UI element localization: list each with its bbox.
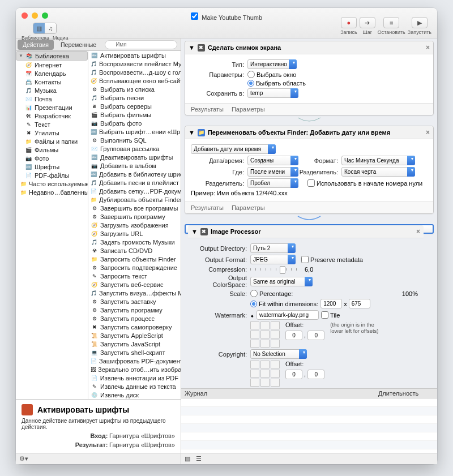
action-item[interactable]: 📷Добавить в альбом	[88, 161, 181, 170]
action-image-processor[interactable]: ▼ ✖ Image Processor × Output Directory: …	[185, 224, 434, 234]
scale-percentage-radio[interactable]	[250, 290, 258, 297]
toolbar-view-segmented[interactable]: ▥ ♫ Библиотека Медиа	[22, 23, 69, 41]
library-view-icon[interactable]: ▥	[33, 23, 45, 33]
action-item[interactable]: 📜Запустить JavaScript	[88, 340, 181, 348]
results-link[interactable]: Результаты	[191, 106, 224, 113]
category-item[interactable]: 📇Контакты	[16, 78, 88, 86]
action-item[interactable]: 🎵Задать громкость Музыки	[88, 238, 181, 246]
cr-offset-x[interactable]: 0	[285, 370, 302, 379]
action-item[interactable]: ⚙Запустить программу	[88, 306, 181, 314]
type-select[interactable]: Интерактивно	[247, 59, 297, 69]
action-item[interactable]: ✎Извлечь данные из текста	[88, 382, 181, 391]
tab-actions[interactable]: Действия	[18, 40, 54, 50]
action-item[interactable]: ⚙Запросить подтверждение	[88, 263, 181, 272]
category-item[interactable]: ✖Утилиты	[16, 128, 88, 137]
action-item[interactable]: 📷Выбрать фото	[88, 119, 181, 127]
action-item[interactable]: ⚙Выбрать из списка	[88, 85, 181, 93]
fit-width-input[interactable]	[320, 299, 342, 308]
action-item[interactable]: ✉️Групповая рассылка	[88, 144, 181, 153]
tab-variables[interactable]: Переменные	[55, 40, 101, 50]
cr-offset-y[interactable]: 0	[307, 370, 324, 379]
separator2-select[interactable]: Пробел	[247, 178, 298, 188]
action-item[interactable]: 🎵Запустить визуа…ффекты Музыки	[88, 289, 181, 297]
action-item[interactable]: 🔤Деактивировать шрифты	[88, 153, 181, 161]
action-item[interactable]: ⚙Запустить заставку	[88, 297, 181, 306]
disclosure-icon[interactable]: ▼	[189, 44, 195, 51]
action-item[interactable]: ⚙Завершить все программы	[88, 204, 181, 212]
disclosure-icon[interactable]: ▼	[189, 129, 195, 136]
category-item[interactable]: 📊Презентации	[16, 103, 88, 112]
copyright-select[interactable]: No Selection	[250, 349, 307, 359]
tile-checkbox[interactable]	[321, 311, 328, 319]
step-button[interactable]: ➔Шаг	[360, 17, 375, 35]
flow-view-icon[interactable]: ▤	[185, 455, 190, 462]
category-item[interactable]: 📅Календарь	[16, 69, 88, 78]
action-item[interactable]: 💿Извлечь диск	[88, 391, 181, 399]
options-link[interactable]: Параметры	[232, 106, 265, 113]
datetime-select[interactable]: Созданы	[247, 156, 298, 165]
action-item[interactable]: 🧭Всплывающее окно веб-сайта	[88, 76, 181, 85]
category-item[interactable]: 📁Часто используемые	[16, 179, 88, 188]
action-rename-finder[interactable]: ▼ 📁 Переименовать объекты Finder: Добави…	[185, 126, 434, 214]
record-button[interactable]: ●Запись	[340, 17, 357, 35]
category-item[interactable]: 🎬Фильмы	[16, 145, 88, 154]
category-item[interactable]: ✎Текст	[16, 120, 88, 128]
action-item[interactable]: 🖥Выбрать серверы	[88, 102, 181, 110]
compression-slider[interactable]	[250, 268, 301, 271]
colorspace-select[interactable]: Same as original	[250, 277, 313, 286]
action-item[interactable]: 📜Запустить AppleScript	[88, 331, 181, 340]
category-item[interactable]: 🔤Шрифты	[16, 162, 88, 171]
action-item[interactable]: ⚙Запустить процесс	[88, 314, 181, 323]
fit-height-input[interactable]	[349, 299, 370, 308]
action-screenshot[interactable]: ▼ ✖ Сделать снимок экрана × Тип: Интерак…	[185, 41, 434, 115]
left-footer[interactable]: ⚙︎▾	[16, 453, 181, 464]
action-item[interactable]: 📄Добавить сетку…PDF-документам	[88, 187, 181, 195]
workflow-enabled-checkbox[interactable]	[191, 12, 198, 20]
save-to-select[interactable]: temp	[247, 88, 298, 98]
action-item[interactable]: 🖼Зеркально отоб…ить изображения	[88, 365, 181, 374]
preserve-metadata-checkbox[interactable]	[301, 256, 309, 263]
action-item[interactable]: 🎵Добавить песни в плейлист	[88, 178, 181, 187]
close-icon[interactable]: ×	[416, 228, 420, 235]
close-icon[interactable]: ×	[426, 128, 430, 136]
category-item[interactable]: ▼📚Библиотека	[16, 51, 88, 61]
log-table[interactable]	[181, 398, 437, 453]
opt-area-radio[interactable]	[247, 80, 254, 87]
category-item[interactable]: 📁Недавно…бавленные	[16, 188, 88, 196]
action-item[interactable]: 🔤Активировать шрифты	[88, 51, 181, 59]
mode-select[interactable]: Добавить дату или время	[191, 144, 276, 154]
watermark-origin-grid[interactable]	[250, 321, 280, 348]
output-dir-select[interactable]: Путь 2	[250, 243, 296, 253]
action-item[interactable]: ☢Записать CD/DVD	[88, 246, 181, 255]
action-item[interactable]: 🎵Воспроизвести…д-шоу с голосом	[88, 68, 181, 76]
action-item[interactable]: 📄Зашифровать PDF-документы	[88, 357, 181, 365]
action-item[interactable]: 🔤Выбрать шрифт…ении «Шрифты»	[88, 127, 181, 136]
stop-button[interactable]: ■Остановить	[378, 17, 405, 35]
close-icon[interactable]: ×	[426, 44, 430, 52]
action-item[interactable]: 💻Запустить shell-скрипт	[88, 348, 181, 357]
wm-offset-x[interactable]: 0	[285, 331, 302, 340]
action-item[interactable]: 🔤Добавить в библиотеку шрифтов	[88, 170, 181, 178]
copyright-origin-grid[interactable]	[250, 361, 280, 387]
where-select[interactable]: После имени	[247, 167, 298, 177]
run-button[interactable]: ▶Запустить	[408, 17, 431, 35]
options-link[interactable]: Параметры	[232, 204, 265, 211]
action-item[interactable]: ⚙Выполнить SQL	[88, 136, 181, 144]
category-item[interactable]: 📄PDF-файлы	[16, 171, 88, 179]
format-select[interactable]: Час Минута Секунда	[341, 156, 415, 165]
watermark-anchor-icon[interactable]: ⬥	[250, 312, 254, 319]
category-item[interactable]: ✉️Почта	[16, 95, 88, 103]
disclosure-icon[interactable]: ▼	[191, 228, 198, 235]
category-item[interactable]: 📷Фото	[16, 154, 88, 162]
results-link[interactable]: Результаты	[191, 204, 224, 211]
action-item[interactable]: ✎Запросить текст	[88, 272, 181, 280]
wm-offset-y[interactable]: 0	[307, 331, 324, 340]
action-item[interactable]: 📄Извлечь аннотации из PDF	[88, 374, 181, 382]
category-item[interactable]: 📁Файлы и папки	[16, 137, 88, 145]
action-item[interactable]: ✖Запустить самопроверку	[88, 323, 181, 331]
search-input[interactable]	[105, 40, 177, 49]
category-item[interactable]: 🧭Интернет	[16, 61, 88, 69]
opt-window-radio[interactable]	[247, 71, 255, 78]
action-item[interactable]: 🧭Загрузить изображения	[88, 221, 181, 229]
action-item[interactable]: 🎬Выбрать фильмы	[88, 110, 181, 119]
